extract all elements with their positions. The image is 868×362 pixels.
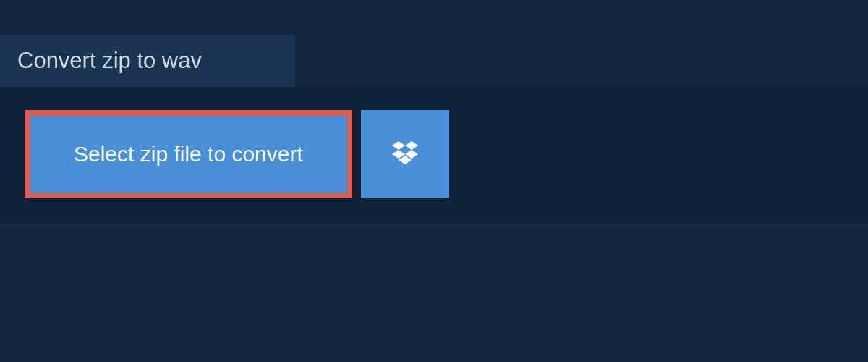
page-header: Convert zip to wav — [0, 35, 295, 87]
select-file-label: Select zip file to convert — [74, 142, 303, 167]
page-title: Convert zip to wav — [17, 48, 278, 74]
dropbox-icon — [392, 141, 418, 168]
button-group: Select zip file to convert — [25, 110, 843, 198]
select-file-button[interactable]: Select zip file to convert — [25, 110, 352, 198]
upload-area: Select zip file to convert — [0, 87, 868, 224]
dropbox-button[interactable] — [361, 110, 449, 198]
